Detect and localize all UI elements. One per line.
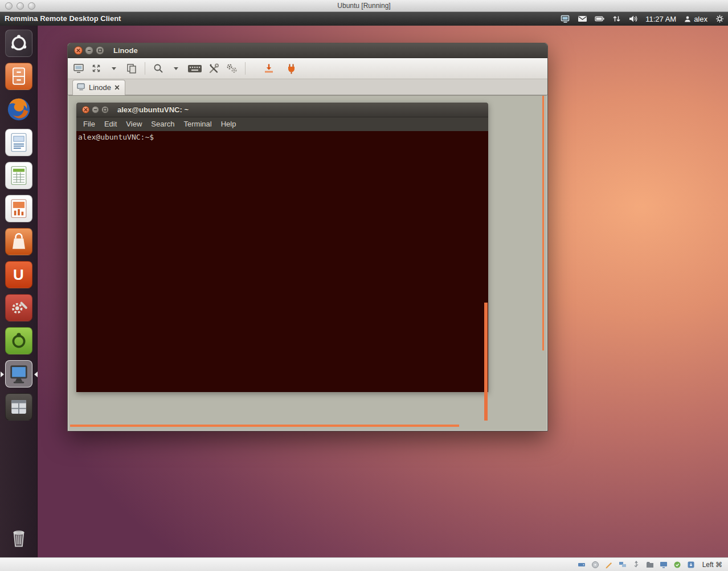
launcher-item-remmina[interactable] [5,360,32,388]
menu-terminal[interactable]: Terminal [179,117,216,131]
window-panes-icon [6,394,31,419]
volume-indicator-icon[interactable] [628,12,639,26]
file-cabinet-icon [6,64,31,89]
minimize-to-tray-icon[interactable] [263,61,275,76]
launcher-item-workspace-tool[interactable] [5,393,32,421]
features-icon[interactable] [673,560,682,569]
menu-search[interactable]: Search [146,117,179,131]
trash-can-icon [6,525,31,550]
terminal-prompt: alex@ubuntuVNC:~$ [78,133,154,141]
ubuntu-logo-icon [9,34,28,53]
remmina-window-controls [74,46,104,55]
audio-icon[interactable] [604,560,614,569]
preferences-gears-icon[interactable] [225,61,238,76]
tab-screen-icon [77,83,85,92]
panel-indicators: 11:27 AM alex [560,12,725,26]
firefox-icon [6,96,32,123]
mouse-integration-icon[interactable] [686,560,696,569]
tab-label: Linode [89,83,111,92]
launcher-item-dash-home[interactable] [5,30,32,57]
launcher-item-libreoffice-calc[interactable] [5,162,32,189]
tab-close-icon[interactable] [114,83,120,92]
tools-icon[interactable] [207,61,220,76]
maximize-button[interactable] [96,46,104,55]
disconnect-plug-icon[interactable] [285,61,297,76]
close-button[interactable] [74,46,83,55]
terminal-screen[interactable]: alex@ubuntuVNC:~$ [76,131,488,392]
calc-spreadsheet-icon [6,163,31,188]
keyboard-grab-icon[interactable] [187,61,202,76]
impress-presentation-icon [6,196,31,221]
toolbar-separator [245,62,246,75]
remmina-tab-bar: Linode [68,79,547,95]
maximize-button[interactable] [101,106,109,113]
display-icon[interactable] [659,560,668,569]
vm-window-titlebar[interactable]: Ubuntu [Running] [0,0,728,12]
terminal-artifact-strip [484,303,488,421]
terminal-window-controls [82,106,109,113]
hard-disks-icon[interactable] [577,560,586,569]
launcher-item-software-updater[interactable] [5,327,32,354]
battery-indicator-icon[interactable] [594,12,606,26]
remote-terminal-window: alex@ubuntuVNC: ~ File Edit View Search … [76,103,488,392]
vm-minimize-button[interactable] [17,2,24,10]
minimize-button[interactable] [85,46,93,55]
network-icon[interactable] [618,560,627,569]
scale-dropdown-icon[interactable] [108,61,120,76]
launcher-item-firefox[interactable] [5,96,32,123]
remote-desktop-viewport[interactable]: alex@ubuntuVNC: ~ File Edit View Search … [68,95,547,430]
launcher-item-libreoffice-impress[interactable] [5,195,32,222]
vertical-scrollbar[interactable] [542,96,544,350]
vm-close-button[interactable] [5,2,13,10]
terminal-titlebar[interactable]: alex@ubuntuVNC: ~ [76,103,488,117]
minimize-button[interactable] [92,106,99,113]
fullscreen-icon[interactable] [90,61,103,76]
ubuntu-one-icon: U [13,266,24,284]
shopping-bag-icon [6,229,31,254]
menu-file[interactable]: File [79,117,100,131]
toolbar-separator [145,62,145,75]
horizontal-scrollbar[interactable] [70,425,459,427]
remmina-monitor-icon [6,361,31,386]
duplicate-icon[interactable] [125,61,138,76]
remote-desktop-indicator-icon[interactable] [560,12,571,26]
remmina-titlebar[interactable]: Linode [68,43,547,58]
zoom-icon[interactable] [152,61,165,76]
session-gear-icon[interactable] [714,12,725,26]
clock-indicator[interactable]: 11:27 AM [645,12,677,26]
usb-icon[interactable] [632,560,641,569]
launcher-item-files[interactable] [5,63,32,90]
remmina-window-title: Linode [113,43,138,58]
focused-indicator-arrow [34,372,38,377]
mail-indicator-icon[interactable] [577,12,588,26]
launcher-item-libreoffice-writer[interactable] [5,129,32,156]
terminal-menubar: File Edit View Search Terminal Help [76,117,488,131]
zoom-dropdown-icon[interactable] [170,61,182,76]
remmina-window: Linode [67,43,548,431]
launcher-item-ubuntu-one[interactable]: U [5,261,32,288]
terminal-window-title: alex@ubuntuVNC: ~ [117,103,189,117]
user-icon [684,15,692,23]
close-button[interactable] [82,106,89,113]
launcher-item-software-center[interactable] [5,228,32,255]
menu-help[interactable]: Help [216,117,241,131]
optical-drives-icon[interactable] [591,560,600,569]
vm-zoom-button[interactable] [28,2,35,10]
network-traffic-indicator-icon[interactable] [612,12,621,26]
launcher-item-system-settings[interactable] [5,294,32,321]
vm-window-title: Ubuntu [Running] [0,0,728,11]
menu-view[interactable]: View [121,117,146,131]
unity-launcher: U [0,26,38,557]
menu-edit[interactable]: Edit [100,117,121,131]
new-connection-icon[interactable] [72,61,85,76]
shared-folders-icon[interactable] [645,560,655,569]
green-swirl-icon [6,328,31,353]
launcher-item-trash[interactable] [5,524,32,552]
panel-app-title: Remmina Remote Desktop Client [5,12,121,26]
running-indicator-arrow [1,372,4,377]
user-menu-indicator[interactable]: alex [683,12,708,26]
connection-tab-linode[interactable]: Linode [72,80,125,95]
vm-window-controls [5,2,35,10]
remmina-toolbar [68,58,547,79]
vbox-statusbar: Left ⌘ [0,557,728,571]
